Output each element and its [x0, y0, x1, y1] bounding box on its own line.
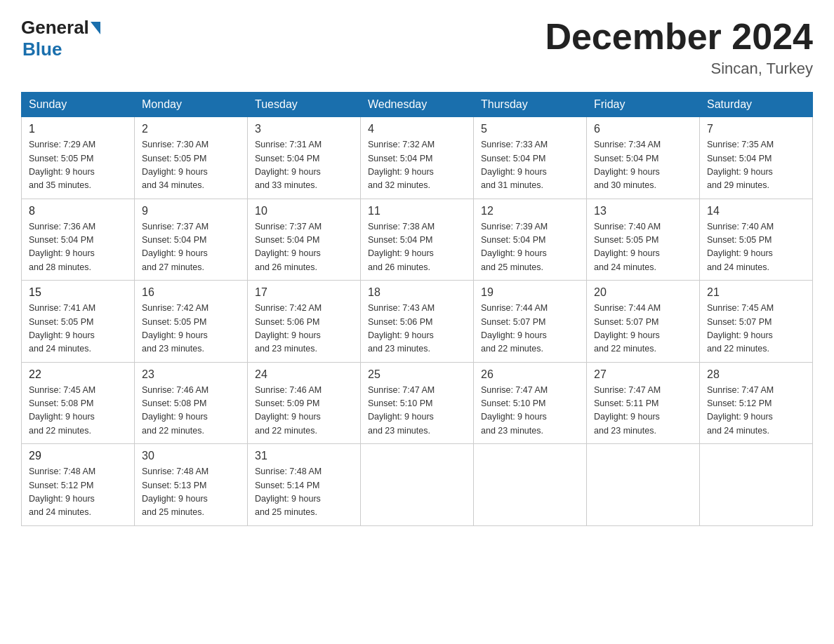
header-cell-monday: Monday — [135, 93, 248, 117]
day-number: 26 — [481, 368, 579, 381]
day-info: Sunrise: 7:34 AM Sunset: 5:04 PM Dayligh… — [594, 138, 692, 193]
day-cell: 13 Sunrise: 7:40 AM Sunset: 5:05 PM Dayl… — [587, 199, 700, 281]
day-number: 20 — [594, 286, 692, 299]
day-cell — [361, 444, 474, 526]
day-number: 13 — [594, 205, 692, 217]
day-number: 8 — [29, 205, 127, 217]
day-cell: 6 Sunrise: 7:34 AM Sunset: 5:04 PM Dayli… — [587, 117, 700, 199]
day-info: Sunrise: 7:30 AM Sunset: 5:05 PM Dayligh… — [142, 138, 240, 193]
day-number: 11 — [368, 205, 466, 217]
day-cell — [474, 444, 587, 526]
day-number: 15 — [29, 286, 127, 299]
day-info: Sunrise: 7:47 AM Sunset: 5:11 PM Dayligh… — [594, 384, 692, 438]
day-cell: 9 Sunrise: 7:37 AM Sunset: 5:04 PM Dayli… — [135, 199, 248, 281]
day-number: 29 — [29, 450, 127, 462]
day-cell — [587, 444, 700, 526]
day-number: 14 — [707, 205, 805, 217]
day-cell: 1 Sunrise: 7:29 AM Sunset: 5:05 PM Dayli… — [22, 117, 135, 199]
header-cell-saturday: Saturday — [700, 93, 813, 117]
header-cell-wednesday: Wednesday — [361, 93, 474, 117]
header-cell-sunday: Sunday — [22, 93, 135, 117]
day-info: Sunrise: 7:44 AM Sunset: 5:07 PM Dayligh… — [481, 302, 579, 356]
day-number: 28 — [707, 368, 805, 381]
day-info: Sunrise: 7:48 AM Sunset: 5:12 PM Dayligh… — [29, 465, 127, 520]
day-number: 25 — [368, 368, 466, 381]
calendar-header: SundayMondayTuesdayWednesdayThursdayFrid… — [22, 93, 813, 117]
day-cell: 19 Sunrise: 7:44 AM Sunset: 5:07 PM Dayl… — [474, 281, 587, 363]
day-info: Sunrise: 7:43 AM Sunset: 5:06 PM Dayligh… — [368, 302, 466, 356]
day-info: Sunrise: 7:29 AM Sunset: 5:05 PM Dayligh… — [29, 138, 127, 193]
day-cell: 27 Sunrise: 7:47 AM Sunset: 5:11 PM Dayl… — [587, 362, 700, 444]
calendar-body: 1 Sunrise: 7:29 AM Sunset: 5:05 PM Dayli… — [22, 117, 813, 526]
day-info: Sunrise: 7:40 AM Sunset: 5:05 PM Dayligh… — [594, 220, 692, 275]
day-cell: 7 Sunrise: 7:35 AM Sunset: 5:04 PM Dayli… — [700, 117, 813, 199]
day-number: 21 — [707, 286, 805, 299]
day-cell: 18 Sunrise: 7:43 AM Sunset: 5:06 PM Dayl… — [361, 281, 474, 363]
day-cell: 26 Sunrise: 7:47 AM Sunset: 5:10 PM Dayl… — [474, 362, 587, 444]
title-area: December 2024 Sincan, Turkey — [545, 17, 813, 78]
day-number: 2 — [142, 123, 240, 135]
day-cell: 22 Sunrise: 7:45 AM Sunset: 5:08 PM Dayl… — [22, 362, 135, 444]
day-number: 30 — [142, 450, 240, 462]
day-info: Sunrise: 7:48 AM Sunset: 5:13 PM Dayligh… — [142, 465, 240, 520]
day-number: 1 — [29, 123, 127, 135]
day-info: Sunrise: 7:48 AM Sunset: 5:14 PM Dayligh… — [255, 465, 353, 520]
day-info: Sunrise: 7:44 AM Sunset: 5:07 PM Dayligh… — [594, 302, 692, 356]
calendar-title: December 2024 — [545, 17, 813, 57]
logo-arrow-icon — [91, 22, 100, 34]
day-number: 9 — [142, 205, 240, 217]
day-number: 4 — [368, 123, 466, 135]
day-info: Sunrise: 7:33 AM Sunset: 5:04 PM Dayligh… — [481, 138, 579, 193]
day-number: 23 — [142, 368, 240, 381]
day-info: Sunrise: 7:45 AM Sunset: 5:08 PM Dayligh… — [29, 384, 127, 438]
day-cell: 29 Sunrise: 7:48 AM Sunset: 5:12 PM Dayl… — [22, 444, 135, 526]
day-cell: 30 Sunrise: 7:48 AM Sunset: 5:13 PM Dayl… — [135, 444, 248, 526]
day-info: Sunrise: 7:37 AM Sunset: 5:04 PM Dayligh… — [142, 220, 240, 275]
day-cell: 8 Sunrise: 7:36 AM Sunset: 5:04 PM Dayli… — [22, 199, 135, 281]
day-number: 31 — [255, 450, 353, 462]
day-cell: 20 Sunrise: 7:44 AM Sunset: 5:07 PM Dayl… — [587, 281, 700, 363]
day-number: 22 — [29, 368, 127, 381]
page-header: General Blue December 2024 Sincan, Turke… — [21, 17, 813, 78]
day-number: 27 — [594, 368, 692, 381]
day-info: Sunrise: 7:46 AM Sunset: 5:09 PM Dayligh… — [255, 384, 353, 438]
day-cell: 5 Sunrise: 7:33 AM Sunset: 5:04 PM Dayli… — [474, 117, 587, 199]
day-info: Sunrise: 7:47 AM Sunset: 5:10 PM Dayligh… — [368, 384, 466, 438]
day-info: Sunrise: 7:31 AM Sunset: 5:04 PM Dayligh… — [255, 138, 353, 193]
day-cell: 2 Sunrise: 7:30 AM Sunset: 5:05 PM Dayli… — [135, 117, 248, 199]
day-cell: 31 Sunrise: 7:48 AM Sunset: 5:14 PM Dayl… — [248, 444, 361, 526]
week-row-1: 1 Sunrise: 7:29 AM Sunset: 5:05 PM Dayli… — [22, 117, 813, 199]
day-cell: 28 Sunrise: 7:47 AM Sunset: 5:12 PM Dayl… — [700, 362, 813, 444]
day-cell — [700, 444, 813, 526]
day-number: 24 — [255, 368, 353, 381]
header-cell-thursday: Thursday — [474, 93, 587, 117]
day-number: 6 — [594, 123, 692, 135]
day-info: Sunrise: 7:46 AM Sunset: 5:08 PM Dayligh… — [142, 384, 240, 438]
day-info: Sunrise: 7:40 AM Sunset: 5:05 PM Dayligh… — [707, 220, 805, 275]
day-number: 19 — [481, 286, 579, 299]
day-cell: 12 Sunrise: 7:39 AM Sunset: 5:04 PM Dayl… — [474, 199, 587, 281]
day-info: Sunrise: 7:41 AM Sunset: 5:05 PM Dayligh… — [29, 302, 127, 356]
logo-blue-text: Blue — [22, 39, 62, 60]
day-number: 17 — [255, 286, 353, 299]
day-number: 16 — [142, 286, 240, 299]
header-cell-friday: Friday — [587, 93, 700, 117]
day-cell: 4 Sunrise: 7:32 AM Sunset: 5:04 PM Dayli… — [361, 117, 474, 199]
week-row-2: 8 Sunrise: 7:36 AM Sunset: 5:04 PM Dayli… — [22, 199, 813, 281]
day-info: Sunrise: 7:47 AM Sunset: 5:12 PM Dayligh… — [707, 384, 805, 438]
day-info: Sunrise: 7:47 AM Sunset: 5:10 PM Dayligh… — [481, 384, 579, 438]
day-cell: 24 Sunrise: 7:46 AM Sunset: 5:09 PM Dayl… — [248, 362, 361, 444]
header-row: SundayMondayTuesdayWednesdayThursdayFrid… — [22, 93, 813, 117]
day-info: Sunrise: 7:37 AM Sunset: 5:04 PM Dayligh… — [255, 220, 353, 275]
day-info: Sunrise: 7:32 AM Sunset: 5:04 PM Dayligh… — [368, 138, 466, 193]
calendar-table: SundayMondayTuesdayWednesdayThursdayFrid… — [21, 92, 813, 526]
day-cell: 14 Sunrise: 7:40 AM Sunset: 5:05 PM Dayl… — [700, 199, 813, 281]
day-cell: 10 Sunrise: 7:37 AM Sunset: 5:04 PM Dayl… — [248, 199, 361, 281]
day-number: 3 — [255, 123, 353, 135]
day-cell: 11 Sunrise: 7:38 AM Sunset: 5:04 PM Dayl… — [361, 199, 474, 281]
day-cell: 16 Sunrise: 7:42 AM Sunset: 5:05 PM Dayl… — [135, 281, 248, 363]
day-cell: 15 Sunrise: 7:41 AM Sunset: 5:05 PM Dayl… — [22, 281, 135, 363]
day-info: Sunrise: 7:36 AM Sunset: 5:04 PM Dayligh… — [29, 220, 127, 275]
week-row-3: 15 Sunrise: 7:41 AM Sunset: 5:05 PM Dayl… — [22, 281, 813, 363]
day-info: Sunrise: 7:38 AM Sunset: 5:04 PM Dayligh… — [368, 220, 466, 275]
